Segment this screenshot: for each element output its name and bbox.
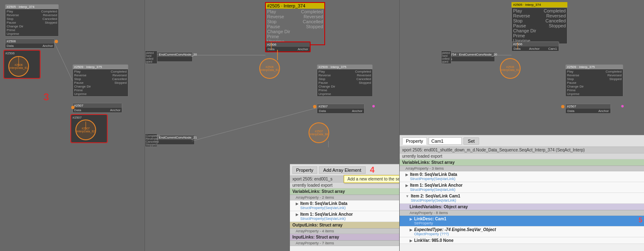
property-tab[interactable]: Property bbox=[402, 137, 427, 145]
property-input[interactable] bbox=[429, 137, 462, 145]
interp374-node-p1[interactable]: #2505 · Interp_374 PlayReverseStopPauseC… bbox=[5, 4, 59, 37]
interp375-title-p2: #2509 · Interp_375 bbox=[317, 65, 372, 69]
expectedtype-content-prop: ExpectedType: -74 Engine.SeqVar_Object O… bbox=[414, 227, 496, 236]
item0-prop[interactable]: ▶ Item 0: SeqVarLink Data StructProperty… bbox=[400, 171, 644, 182]
item2-prop[interactable]: ▼ Item 2: SeqVarLink Cam1 StructProperty… bbox=[400, 193, 644, 204]
data2507-data-p1: Data bbox=[74, 108, 81, 112]
set-button[interactable]: Set bbox=[463, 137, 480, 145]
partial-left2-p2: CompletedReversedCancelledStopped bbox=[145, 134, 157, 147]
linkdesc-item-prop[interactable]: ▶ LinkDesc: Cam1 StrProperty 5 bbox=[400, 216, 644, 227]
ports-r-375-p3: CompletedReversedStopped bbox=[605, 70, 622, 96]
bottom-panel: Property Add Array Element 4 Add a new e… bbox=[290, 164, 400, 251]
data2507-title-p1: #2507 bbox=[73, 103, 122, 108]
data2506-anchor-p2: Anchor bbox=[298, 47, 308, 51]
arrow-expected-prop: ▶ bbox=[410, 228, 412, 232]
arrow-1-bottom: ▶ bbox=[296, 212, 299, 217]
interp374-yellow-title-p2: #2505 · Interp_374 bbox=[266, 3, 324, 9]
item0-type-bottom: StructProperty(SeqVarLink) bbox=[300, 206, 347, 210]
loaded-line-prop: urrently loaded export bbox=[400, 154, 644, 159]
circle-2507-p2: #2507InterpData_68 bbox=[309, 122, 329, 143]
ports-r-375-p2: CompletedReversedCancelledStopped bbox=[355, 70, 371, 96]
interp375-p3[interactable]: #2509 · Interp_375 PlayReverseStopPauseC… bbox=[565, 64, 623, 97]
add-array-element-btn[interactable]: Add Array Element bbox=[319, 166, 366, 174]
data2507-node-p1[interactable]: #2507 Data Anchor bbox=[72, 103, 122, 113]
item1-bottom[interactable]: ▶ Item 1: SeqVarLink Anchor StructProper… bbox=[290, 211, 400, 222]
output-sub-bottom: ArrayProperty - 4 items bbox=[290, 229, 400, 234]
endcurrent20-title-p3: #754 · EndCurrentConvNode_20 bbox=[448, 52, 494, 57]
data2507-p2[interactable]: #2507 Data Anchor bbox=[317, 104, 364, 114]
data2507-title-p2: #2507 bbox=[317, 104, 364, 109]
item2-type-prop: StructProperty(SeqVarLink) bbox=[411, 198, 461, 202]
data2507-a-p3: Anchor bbox=[598, 109, 609, 113]
badge-5: 5 bbox=[639, 217, 642, 224]
export-line-prop: xport 2505: end001_shuttle_down_m_d.Node… bbox=[400, 147, 644, 154]
linkvar-content-prop: LinkVar: 985.0 None bbox=[414, 238, 453, 243]
expectedtype-type-prop: ObjectProperty (???) bbox=[414, 232, 496, 236]
data2507-title-p3: #2507 bbox=[566, 104, 610, 109]
cam1-p3: Cam1 bbox=[548, 47, 557, 51]
variable-sub-prop: ArrayProperty - 3 items bbox=[400, 166, 644, 171]
variable-section-prop: VariableLinks: Struct array bbox=[400, 159, 644, 166]
linkvar-item-prop[interactable]: ▶ LinkVar: 985.0 None bbox=[400, 237, 644, 244]
svg-line-6 bbox=[192, 108, 317, 141]
orange-dot-p2 bbox=[313, 105, 316, 108]
item0-content-prop: Item 0: SeqVarLink Data StructProperty(S… bbox=[410, 172, 457, 181]
item1-title-prop: Item 1: SeqVarLink Anchor bbox=[410, 183, 463, 188]
endcurrent20-p3[interactable]: #754 · EndCurrentConvNode_20 In bbox=[447, 52, 495, 62]
add-tooltip: Add a new element to the selected array bbox=[344, 175, 400, 183]
main-container: #2505 · Interp_374 PlayReverseStopPauseC… bbox=[0, 0, 644, 251]
ports-right-374-p2: CompletedReversedCancelledStopped bbox=[301, 9, 323, 44]
linkvar-title-prop: LinkVar: 985.0 None bbox=[414, 238, 453, 243]
linkdesc-content-prop: LinkDesc: Cam1 StrProperty bbox=[414, 217, 446, 225]
data2506-title-p3: #2506 bbox=[512, 42, 559, 46]
prop-toolbar: Property Set bbox=[400, 135, 644, 147]
item1-title-bottom: Item 1: SeqVarLink Anchor bbox=[300, 212, 353, 217]
expectedtype-item-prop[interactable]: ▶ ExpectedType: -74 Engine.SeqVar_Object… bbox=[400, 227, 644, 237]
output-section-bottom: OutputLinks: Struct array bbox=[290, 222, 400, 229]
interp374-redbox-p2[interactable]: #2505 · Interp_374 PlayReverseStopPauseC… bbox=[265, 2, 325, 45]
item0-title-bottom: Item 0: SeqVarLink Data bbox=[300, 201, 347, 206]
interp375-node-p1[interactable]: #2509 · Interp_375 PlayReverseStopPauseC… bbox=[72, 64, 128, 97]
data2506-title-p1: #2506 bbox=[5, 39, 54, 44]
partial-p3: pletedrsedcelledpped bbox=[441, 51, 451, 64]
data2507-d-p3: Data bbox=[567, 109, 574, 113]
interp375-title-p1: #2509 · Interp_375 bbox=[73, 65, 128, 69]
canvas-panel-1: #2505 · Interp_374 PlayReverseStopPauseC… bbox=[0, 0, 145, 251]
interp375-title-p3: #2509 · Interp_375 bbox=[566, 65, 623, 69]
item1-prop[interactable]: ▶ Item 1: SeqVarLink Anchor StructProper… bbox=[400, 182, 644, 193]
ports-l-374-p3: PlayReverseStopPauseChange DirPrimeUnpri… bbox=[513, 8, 536, 43]
data2506-node-p1[interactable]: #2506 Data Anchor bbox=[5, 39, 55, 49]
arrow-1-prop: ▶ bbox=[405, 183, 408, 188]
arrow-0-prop: ▶ bbox=[405, 173, 408, 177]
orange-dot-1-p1 bbox=[55, 40, 58, 43]
data-p3: Data bbox=[514, 47, 521, 51]
ports-l-375-p2: PlayReverseStopPauseChange DirPrimeUnpri… bbox=[318, 70, 335, 96]
ports-left-374-p2: PlayReverseStopPauseChange DirPrimeUnpri… bbox=[267, 9, 290, 44]
circle-2506-p3: #2506InterpData_61 bbox=[500, 58, 521, 79]
data2507-anchor-label-p2: Anchor bbox=[352, 109, 362, 113]
interp375-p2[interactable]: #2509 · Interp_375 PlayReverseStopPauseC… bbox=[317, 64, 373, 97]
item0-content-bottom: Item 0: SeqVarLink Data StructProperty(S… bbox=[300, 201, 347, 210]
canvas-panel-2: #2505 · Interp_374 PlayReverseStopPauseC… bbox=[145, 0, 400, 251]
item0-bottom[interactable]: ▶ Item 0: SeqVarLink Data StructProperty… bbox=[290, 200, 400, 211]
item2-title-prop: Item 2: SeqVarLink Cam1 bbox=[411, 194, 461, 198]
data2506-p3[interactable]: #2506 Data Anchor Cam1 bbox=[511, 41, 559, 51]
interp374-p3[interactable]: #2505 · Interp_374 PlayReverseStopPauseC… bbox=[511, 2, 567, 44]
ports-right-375-p1: CompletedReversedCancelledStopped bbox=[111, 70, 127, 96]
data2506-data-p2: Data bbox=[268, 47, 275, 51]
property-tab-bottom[interactable]: Property bbox=[292, 166, 317, 174]
arrow-0-bottom: ▶ bbox=[296, 202, 299, 206]
data2506-red-p2[interactable]: #2506 Data Anchor bbox=[265, 41, 311, 52]
data2507-data-label-p2: Data bbox=[319, 109, 326, 113]
anchor-label-p1: Anchor bbox=[43, 44, 53, 48]
arrow-linkvar-prop: ▶ bbox=[410, 239, 412, 243]
data-label-p1: Data bbox=[7, 44, 14, 48]
input-sub-bottom: ArrayProperty - 7 items bbox=[290, 241, 400, 246]
item1-type-prop: StructProperty(SeqVarLink) bbox=[410, 188, 463, 192]
data2506-title-red-p2: #2506 bbox=[266, 42, 310, 47]
item0-type-prop: StructProperty(SeqVarLink) bbox=[410, 177, 457, 181]
linkdesc-title-prop: LinkDesc: Cam1 bbox=[414, 217, 446, 221]
ports-left-p1: PlayReverseStopPauseChange DirPrimeUnpri… bbox=[7, 10, 23, 36]
svg-line-0 bbox=[54, 41, 72, 81]
data2507-p3[interactable]: #2507 Data Anchor bbox=[565, 104, 611, 114]
